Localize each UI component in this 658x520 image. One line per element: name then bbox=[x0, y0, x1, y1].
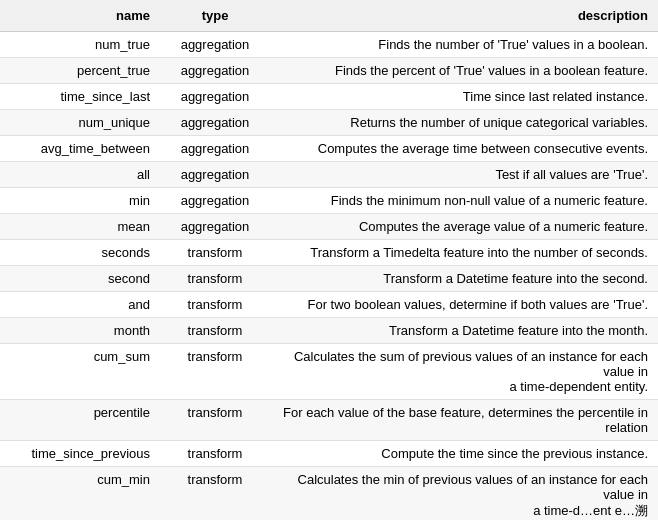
cell-type: aggregation bbox=[160, 32, 270, 58]
table-row: num_trueaggregationFinds the number of '… bbox=[0, 32, 658, 58]
table-row: minaggregationFinds the minimum non-null… bbox=[0, 188, 658, 214]
cell-type: transform bbox=[160, 240, 270, 266]
cell-description: Transform a Datetime feature into the mo… bbox=[270, 318, 658, 344]
cell-name: second bbox=[0, 266, 160, 292]
cell-name: seconds bbox=[0, 240, 160, 266]
cell-type: aggregation bbox=[160, 136, 270, 162]
cell-name: min bbox=[0, 188, 160, 214]
cell-name: all bbox=[0, 162, 160, 188]
header-description: description bbox=[270, 0, 658, 32]
cell-name: num_unique bbox=[0, 110, 160, 136]
cell-name: percentile bbox=[0, 400, 160, 441]
cell-description: Finds the number of 'True' values in a b… bbox=[270, 32, 658, 58]
table-row: percentiletransformFor each value of the… bbox=[0, 400, 658, 441]
cell-type: aggregation bbox=[160, 188, 270, 214]
cell-type: transform bbox=[160, 467, 270, 521]
cell-name: mean bbox=[0, 214, 160, 240]
cell-type: transform bbox=[160, 292, 270, 318]
cell-type: transform bbox=[160, 266, 270, 292]
cell-type: aggregation bbox=[160, 162, 270, 188]
cell-type: aggregation bbox=[160, 58, 270, 84]
cell-name: num_true bbox=[0, 32, 160, 58]
cell-name: time_since_previous bbox=[0, 441, 160, 467]
cell-name: cum_sum bbox=[0, 344, 160, 400]
cell-description: Calculates the sum of previous values of… bbox=[270, 344, 658, 400]
cell-type: transform bbox=[160, 400, 270, 441]
cell-description: For two boolean values, determine if bot… bbox=[270, 292, 658, 318]
cell-type: aggregation bbox=[160, 110, 270, 136]
cell-description: For each value of the base feature, dete… bbox=[270, 400, 658, 441]
cell-description: Time since last related instance. bbox=[270, 84, 658, 110]
cell-description: Returns the number of unique categorical… bbox=[270, 110, 658, 136]
cell-name: cum_min bbox=[0, 467, 160, 521]
table-row: time_since_lastaggregationTime since las… bbox=[0, 84, 658, 110]
table-row: monthtransformTransform a Datetime featu… bbox=[0, 318, 658, 344]
table-row: allaggregationTest if all values are 'Tr… bbox=[0, 162, 658, 188]
table-row: percent_trueaggregationFinds the percent… bbox=[0, 58, 658, 84]
cell-name: and bbox=[0, 292, 160, 318]
header-type: type bbox=[160, 0, 270, 32]
cell-name: percent_true bbox=[0, 58, 160, 84]
table-row: secondstransformTransform a Timedelta fe… bbox=[0, 240, 658, 266]
cell-description: Computes the average value of a numeric … bbox=[270, 214, 658, 240]
table-row: andtransformFor two boolean values, dete… bbox=[0, 292, 658, 318]
cell-description: Finds the minimum non-null value of a nu… bbox=[270, 188, 658, 214]
table-row: num_uniqueaggregationReturns the number … bbox=[0, 110, 658, 136]
cell-type: aggregation bbox=[160, 214, 270, 240]
cell-description: Finds the percent of 'True' values in a … bbox=[270, 58, 658, 84]
table-row: cum_sumtransformCalculates the sum of pr… bbox=[0, 344, 658, 400]
table-row: avg_time_betweenaggregationComputes the … bbox=[0, 136, 658, 162]
cell-description: Computes the average time between consec… bbox=[270, 136, 658, 162]
features-table: name type description num_trueaggregatio… bbox=[0, 0, 658, 520]
cell-description: Transform a Datetime feature into the se… bbox=[270, 266, 658, 292]
table-row: time_since_previoustransformCompute the … bbox=[0, 441, 658, 467]
cell-description: Test if all values are 'True'. bbox=[270, 162, 658, 188]
cell-type: transform bbox=[160, 318, 270, 344]
table-header-row: name type description bbox=[0, 0, 658, 32]
cell-type: aggregation bbox=[160, 84, 270, 110]
table-row: cum_mintransformCalculates the min of pr… bbox=[0, 467, 658, 521]
cell-description: Transform a Timedelta feature into the n… bbox=[270, 240, 658, 266]
cell-name: month bbox=[0, 318, 160, 344]
cell-description: Compute the time since the previous inst… bbox=[270, 441, 658, 467]
cell-type: transform bbox=[160, 441, 270, 467]
cell-type: transform bbox=[160, 344, 270, 400]
table-row: meanaggregationComputes the average valu… bbox=[0, 214, 658, 240]
header-name: name bbox=[0, 0, 160, 32]
cell-name: time_since_last bbox=[0, 84, 160, 110]
cell-name: avg_time_between bbox=[0, 136, 160, 162]
table-row: secondtransformTransform a Datetime feat… bbox=[0, 266, 658, 292]
cell-description: Calculates the min of previous values of… bbox=[270, 467, 658, 521]
